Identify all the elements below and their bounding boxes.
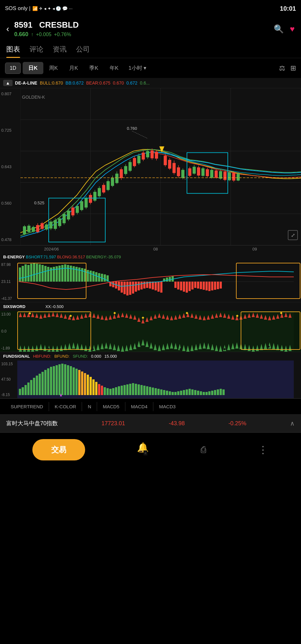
layout-icon[interactable]: ⊞: [290, 64, 296, 72]
more-button[interactable]: ⋮: [258, 444, 269, 456]
macd5-btn[interactable]: MACD5: [97, 402, 125, 411]
macd4-btn[interactable]: MACD4: [125, 402, 154, 411]
svg-rect-155: [135, 282, 137, 292]
search-icon[interactable]: 🔍: [274, 24, 284, 34]
benergy-bshort: BSHORT:71.597: [26, 255, 56, 259]
svg-rect-346: [50, 367, 52, 395]
svg-rect-126: [53, 267, 55, 282]
svg-rect-389: [172, 392, 174, 395]
svg-rect-402: [208, 391, 211, 395]
macd3-btn[interactable]: MACD3: [153, 402, 181, 411]
alert-button[interactable]: 🔔 +: [137, 442, 149, 458]
index-chevron[interactable]: ∧: [290, 420, 295, 427]
trade-button[interactable]: 交易: [32, 439, 85, 460]
svg-rect-344: [44, 370, 47, 395]
svg-rect-151: [123, 282, 126, 294]
svg-rect-172: [183, 282, 185, 292]
svg-rect-127: [56, 266, 58, 282]
y-label-4: 0.560: [1, 201, 19, 206]
fundsignal-y3: -8.15: [1, 393, 16, 397]
svg-rect-370: [118, 386, 120, 395]
period-1h-button[interactable]: 1小时 ▾: [124, 62, 151, 74]
svg-rect-405: [217, 389, 219, 395]
svg-rect-383: [155, 388, 157, 395]
candle-icon[interactable]: ⚖: [279, 64, 285, 72]
sixsword-chart: SIXSWORD XX:-0.500 13.00 0.0 -1.89: [0, 302, 301, 352]
svg-rect-381: [149, 387, 151, 395]
svg-rect-123: [44, 266, 47, 282]
fundsignal-sfund: SFUND:: [73, 354, 88, 359]
index-value: 17723.01: [101, 420, 125, 427]
heart-icon[interactable]: ♥: [290, 24, 295, 34]
svg-rect-158: [143, 282, 145, 289]
fundsignal-chart: FUNDSIGNAL HBFUND: BFUND: SFUND: 0.000 1…: [0, 352, 301, 399]
period-weekk-button[interactable]: 周K: [43, 62, 63, 74]
svg-rect-140: [92, 271, 95, 282]
period-dayk-button[interactable]: 日K: [23, 62, 43, 74]
tab-chart[interactable]: 图表: [6, 45, 20, 58]
indicator-bb: BB:0.672: [66, 80, 84, 85]
svg-rect-398: [197, 391, 199, 395]
svg-rect-368: [112, 388, 114, 395]
share-button[interactable]: ⎙: [201, 445, 206, 455]
back-button[interactable]: ‹: [6, 24, 9, 34]
svg-rect-130: [64, 264, 66, 282]
indicator-bull: BULL:0.670: [40, 80, 63, 85]
svg-rect-380: [146, 386, 148, 395]
stock-code: 8591: [14, 20, 32, 30]
svg-rect-378: [140, 385, 143, 395]
tab-comments[interactable]: 评论: [30, 45, 43, 58]
svg-rect-154: [132, 282, 134, 294]
supertrend-btn[interactable]: SUPERTREND: [5, 402, 49, 411]
svg-rect-401: [205, 392, 208, 395]
y-label-5: 0.478: [1, 237, 19, 242]
indicator-name: DE-A-LINE: [15, 80, 37, 85]
period-seasonk-button[interactable]: 季K: [84, 62, 104, 74]
sixsword-body: 13.00 0.0 -1.89: [0, 311, 301, 352]
svg-text:0.525: 0.525: [34, 201, 45, 205]
svg-rect-166: [166, 278, 168, 282]
svg-rect-338: [27, 383, 30, 395]
main-chart[interactable]: 0.807 0.725 0.643 0.560 0.478 GOLDEN-K: [0, 88, 301, 245]
tab-company[interactable]: 公司: [76, 45, 90, 58]
indicator-expand[interactable]: ▲: [3, 80, 13, 86]
indicator-val1: 0.670: [113, 80, 124, 85]
svg-rect-362: [95, 382, 97, 395]
svg-rect-403: [211, 391, 213, 395]
indicator-val2: 0.672: [126, 80, 137, 85]
index-change: -43.98: [169, 420, 185, 427]
stock-price-row: 0.660 ↑ +0.005 +0.76%: [14, 31, 79, 38]
svg-rect-357: [81, 372, 83, 395]
indicator-bear: BEAR:0.675: [86, 80, 110, 85]
svg-rect-171: [180, 282, 182, 290]
svg-rect-397: [194, 390, 196, 395]
svg-rect-131: [67, 265, 69, 282]
svg-rect-139: [90, 271, 92, 282]
sixsword-header: SIXSWORD XX:-0.500: [0, 302, 301, 311]
svg-rect-138: [87, 270, 89, 282]
svg-rect-178: [200, 282, 202, 289]
period-yeark-button[interactable]: 年K: [104, 62, 124, 74]
svg-rect-337: [25, 385, 27, 395]
svg-rect-144: [104, 274, 106, 282]
tab-news[interactable]: 资讯: [53, 45, 67, 58]
benergy-name: B-ENERGY: [3, 255, 25, 259]
period-toolbar: 1D 日K 周K 月K 季K 年K 1小时 ▾ ⚖ ⊞: [0, 58, 301, 78]
period-1d-button[interactable]: 1D: [5, 63, 21, 74]
svg-rect-347: [53, 366, 55, 395]
svg-rect-396: [191, 389, 194, 395]
indicator-bar: ▲ DE-A-LINE BULL:0.670 BB:0.672 BEAR:0.6…: [0, 78, 301, 88]
kcolor-btn[interactable]: K-COLOR: [49, 402, 82, 411]
svg-rect-336: [22, 387, 24, 395]
svg-rect-179: [203, 282, 205, 290]
more-icon: ⋮: [258, 444, 269, 456]
nav-tabs: 图表 评论 资讯 公司: [0, 40, 301, 58]
svg-rect-376: [135, 384, 137, 395]
x-label-5: 09: [252, 247, 257, 251]
fundsignal-header: FUNDSIGNAL HBFUND: BFUND: SFUND: 0.000 1…: [0, 352, 301, 361]
expand-icon[interactable]: ⤢: [288, 230, 298, 240]
n-btn[interactable]: N: [82, 402, 97, 411]
period-monthk-button[interactable]: 月K: [63, 62, 84, 74]
status-left: SOS only | 📶 ✈ ◂ ✦ ◂ 🕐 💬 ···: [5, 5, 73, 12]
svg-rect-355: [75, 369, 78, 395]
